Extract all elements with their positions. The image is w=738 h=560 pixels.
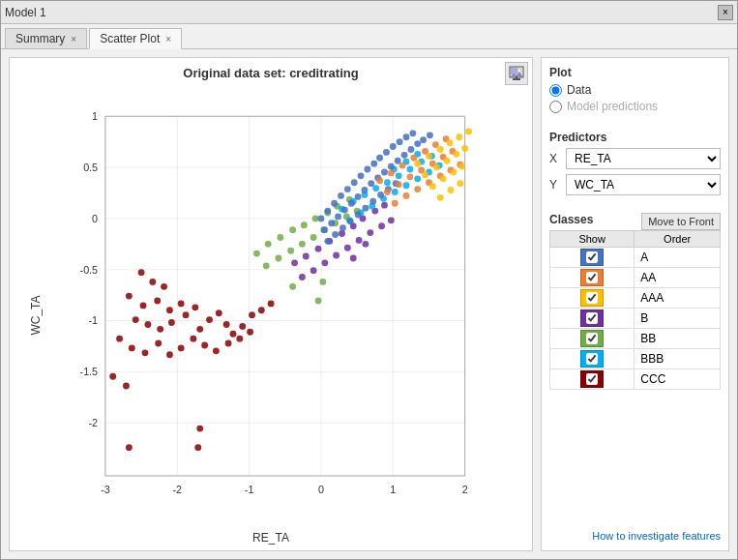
svg-point-86	[299, 241, 306, 248]
tab-scatter-plot[interactable]: Scatter Plot ×	[89, 28, 182, 49]
svg-point-180	[399, 162, 406, 169]
class-row: A	[550, 248, 721, 268]
svg-point-172	[355, 212, 362, 219]
svg-point-63	[190, 336, 196, 342]
y-predictor-row: Y WC_TA	[549, 174, 721, 195]
svg-point-72	[126, 444, 133, 451]
main-content: Original data set: creditrating WC_TA RE…	[1, 49, 737, 559]
tab-scatter-close[interactable]: ×	[165, 34, 171, 44]
svg-point-111	[378, 222, 385, 229]
svg-point-74	[253, 251, 260, 257]
class-checkbox-CCC[interactable]	[586, 373, 598, 385]
col-order: Order	[635, 231, 721, 248]
svg-point-212	[450, 169, 457, 176]
y-predictor-select[interactable]: WC_TA	[566, 174, 721, 195]
class-checkbox-A[interactable]	[586, 251, 598, 263]
export-icon	[509, 66, 524, 81]
svg-point-44	[157, 326, 163, 333]
svg-point-151	[320, 226, 327, 233]
classes-header: Classes Move to Front	[549, 213, 721, 230]
tab-summary[interactable]: Summary ×	[5, 28, 87, 48]
svg-text:-1: -1	[89, 314, 99, 326]
svg-point-175	[377, 192, 384, 198]
predictor-inputs: X RE_TA Y WC_TA	[549, 148, 721, 195]
svg-point-158	[368, 180, 374, 187]
svg-point-138	[331, 200, 338, 207]
svg-point-39	[154, 298, 161, 305]
classes-title: Classes	[549, 213, 593, 226]
svg-point-156	[355, 193, 362, 200]
svg-point-61	[166, 351, 173, 358]
svg-point-136	[318, 215, 325, 221]
svg-rect-1	[511, 68, 517, 74]
svg-point-150	[409, 130, 416, 136]
svg-point-106	[321, 259, 328, 266]
help-link[interactable]: How to investigate features	[592, 530, 721, 542]
svg-point-49	[206, 316, 213, 323]
svg-point-137	[324, 208, 331, 215]
svg-point-105	[310, 267, 317, 274]
class-name-CCC: CCC	[635, 369, 721, 390]
svg-point-68	[247, 329, 253, 336]
svg-text:-0.5: -0.5	[80, 264, 99, 276]
svg-point-148	[397, 138, 403, 145]
class-name-BBB: BBB	[635, 349, 721, 369]
svg-point-169	[332, 231, 339, 238]
svg-point-93	[319, 279, 326, 285]
svg-point-208	[453, 151, 459, 158]
svg-point-128	[392, 189, 399, 195]
class-checkbox-BB[interactable]	[586, 333, 598, 344]
svg-point-71	[196, 426, 203, 432]
svg-point-50	[216, 309, 222, 316]
svg-point-113	[363, 241, 369, 248]
svg-point-95	[291, 259, 298, 266]
svg-point-144	[370, 161, 377, 167]
tab-summary-close[interactable]: ×	[71, 34, 76, 44]
svg-point-79	[312, 215, 319, 221]
svg-point-147	[390, 143, 397, 150]
svg-point-59	[142, 349, 149, 356]
svg-point-112	[388, 217, 395, 223]
class-checkbox-AA[interactable]	[586, 272, 598, 283]
svg-point-200	[426, 153, 432, 160]
tab-summary-label: Summary	[15, 32, 65, 45]
class-name-BB: BB	[635, 329, 721, 349]
svg-point-64	[201, 342, 208, 349]
svg-point-99	[339, 230, 345, 237]
svg-point-211	[440, 175, 447, 182]
svg-point-193	[403, 192, 410, 199]
class-name-AA: AA	[635, 268, 721, 288]
svg-point-187	[406, 173, 413, 180]
class-checkbox-B[interactable]	[586, 312, 598, 324]
svg-point-41	[178, 301, 185, 308]
svg-point-155	[348, 200, 355, 207]
y-axis-label: WC_TA	[29, 295, 43, 335]
svg-point-140	[344, 186, 351, 192]
svg-point-162	[395, 158, 401, 164]
svg-point-103	[381, 202, 388, 209]
class-name-AAA: AAA	[635, 288, 721, 309]
class-row: CCC	[550, 369, 721, 390]
svg-point-167	[427, 132, 433, 138]
window-close-button[interactable]: ×	[718, 5, 733, 20]
radio-data[interactable]	[549, 84, 562, 97]
svg-text:1: 1	[92, 110, 98, 122]
plot-section-title: Plot	[549, 66, 721, 79]
class-checkbox-AAA[interactable]	[586, 292, 598, 304]
help-link-row: How to investigate features	[549, 529, 721, 543]
svg-point-152	[328, 220, 335, 226]
x-predictor-select[interactable]: RE_TA	[566, 148, 721, 169]
radio-data-label[interactable]: Data	[549, 83, 721, 97]
class-checkbox-BBB[interactable]	[586, 353, 598, 365]
svg-point-40	[166, 307, 173, 313]
svg-point-157	[362, 187, 369, 193]
radio-model[interactable]	[549, 101, 562, 113]
right-panel: Plot Data Model predictions Predictors	[541, 57, 729, 551]
move-to-front-button[interactable]: Move to Front	[641, 213, 721, 230]
svg-point-183	[432, 141, 439, 148]
radio-model-label[interactable]: Model predictions	[549, 100, 721, 113]
svg-point-104	[299, 274, 306, 280]
plot-section: Plot Data Model predictions	[549, 66, 721, 113]
svg-text:0.5: 0.5	[83, 162, 98, 173]
svg-point-38	[140, 302, 147, 309]
